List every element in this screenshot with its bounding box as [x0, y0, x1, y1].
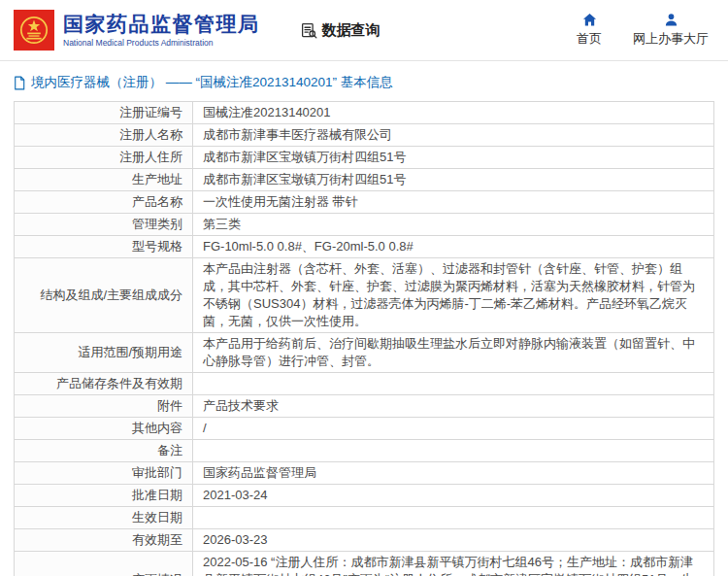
row-label: 注册证编号 — [15, 102, 193, 124]
nav-home[interactable]: 首页 — [577, 13, 602, 48]
row-label: 备注 — [15, 440, 193, 462]
table-row: 生效日期 — [15, 507, 714, 529]
row-value — [193, 373, 714, 395]
table-row: 附件产品技术要求 — [15, 395, 714, 418]
row-label: 产品名称 — [15, 191, 193, 214]
row-label: 其他内容 — [15, 418, 193, 440]
row-value: 第三类 — [193, 214, 714, 236]
row-label: 生产地址 — [15, 169, 193, 191]
table-row: 产品名称一次性使用无菌注射器 带针 — [15, 191, 714, 214]
table-row: 注册人住所成都市新津区宝墩镇万街村四组51号 — [15, 147, 714, 169]
nav-online-hall-label: 网上办事大厅 — [633, 30, 709, 48]
row-label: 有效期至 — [15, 529, 193, 552]
table-row: 型号规格FG-10ml-5.0 0.8#、FG-20ml-5.0 0.8# — [15, 236, 714, 258]
row-label: 生效日期 — [15, 507, 193, 529]
data-query-tab[interactable]: 数据查询 — [301, 21, 381, 40]
row-value: 一次性使用无菌注射器 带针 — [193, 191, 714, 214]
table-row: 生产地址成都市新津区宝墩镇万街村四组51号 — [15, 169, 714, 191]
row-label: 注册人住所 — [15, 147, 193, 169]
row-label: 结构及组成/主要组成成分 — [15, 258, 193, 333]
breadcrumb: 境内医疗器械（注册） —— “国械注准20213140201” 基本信息 — [0, 61, 728, 101]
row-value: 成都市新津区宝墩镇万街村四组51号 — [193, 169, 714, 191]
table-row: 注册人名称成都市新津事丰医疗器械有限公司 — [15, 124, 714, 147]
table-row: 备注 — [15, 440, 714, 462]
row-label: 管理类别 — [15, 214, 193, 236]
agency-name-en: National Medical Products Administration — [63, 38, 260, 48]
home-icon — [582, 13, 597, 27]
row-value — [193, 440, 714, 462]
row-value: 成都市新津区宝墩镇万街村四组51号 — [193, 147, 714, 169]
top-nav: 首页 网上办事大厅 — [577, 13, 712, 48]
info-table: 注册证编号国械注准20213140201 注册人名称成都市新津事丰医疗器械有限公… — [14, 101, 714, 576]
row-value: 2026-03-23 — [193, 529, 714, 552]
data-query-label: 数据查询 — [322, 21, 381, 40]
row-value — [193, 507, 714, 529]
row-label: 附件 — [15, 395, 193, 418]
nav-home-label: 首页 — [577, 30, 602, 48]
nav-online-hall[interactable]: 网上办事大厅 — [633, 13, 709, 48]
table-row: 适用范围/预期用途本产品用于给药前后、治疗间歇期抽吸生理盐水后立即对静脉内输液装… — [15, 333, 714, 373]
table-row: 其他内容/ — [15, 418, 714, 440]
row-label: 批准日期 — [15, 485, 193, 507]
row-value: FG-10ml-5.0 0.8#、FG-20ml-5.0 0.8# — [193, 236, 714, 258]
row-label: 产品储存条件及有效期 — [15, 373, 193, 395]
row-value: 本产品由注射器（含芯杆、外套、活塞）、过滤器和封管针（含针座、针管、护套）组成，… — [193, 258, 714, 333]
agency-name-cn: 国家药品监督管理局 — [63, 13, 260, 35]
table-row: 管理类别第三类 — [15, 214, 714, 236]
row-label: 注册人名称 — [15, 124, 193, 147]
row-label: 审批部门 — [15, 462, 193, 485]
national-emblem-icon — [14, 10, 54, 51]
row-value: 2022-05-16 “注册人住所：成都市新津县新平镇万街村七组46号；生产地址… — [193, 552, 714, 576]
document-icon — [14, 76, 25, 90]
row-value: 成都市新津事丰医疗器械有限公司 — [193, 124, 714, 147]
agency-logo: 国家药品监督管理局 National Medical Products Admi… — [14, 10, 260, 51]
table-row: 产品储存条件及有效期 — [15, 373, 714, 395]
row-label: 适用范围/预期用途 — [15, 333, 193, 373]
table-row: 有效期至2026-03-23 — [15, 529, 714, 552]
row-value: 国家药品监督管理局 — [193, 462, 714, 485]
row-value: 本产品用于给药前后、治疗间歇期抽吸生理盐水后立即对静脉内输液装置（如留置针、中心… — [193, 333, 714, 373]
table-row: 注册证编号国械注准20213140201 — [15, 102, 714, 124]
breadcrumb-text: 境内医疗器械（注册） —— “国械注准20213140201” 基本信息 — [31, 74, 393, 91]
table-row: 结构及组成/主要组成成分本产品由注射器（含芯杆、外套、活塞）、过滤器和封管针（含… — [15, 258, 714, 333]
row-value: 国械注准20213140201 — [193, 102, 714, 124]
page-header: 国家药品监督管理局 National Medical Products Admi… — [0, 0, 728, 60]
person-icon — [664, 13, 678, 27]
table-row: 变更情况2022-05-16 “注册人住所：成都市新津县新平镇万街村七组46号；… — [15, 552, 714, 576]
table-row: 审批部门国家药品监督管理局 — [15, 462, 714, 485]
row-label: 变更情况 — [15, 552, 193, 576]
document-magnifier-icon — [301, 22, 317, 39]
row-value: / — [193, 418, 714, 440]
table-row: 批准日期2021-03-24 — [15, 485, 714, 507]
agency-titles: 国家药品监督管理局 National Medical Products Admi… — [63, 13, 260, 48]
row-value: 产品技术要求 — [193, 395, 714, 418]
row-label: 型号规格 — [15, 236, 193, 258]
row-value: 2021-03-24 — [193, 485, 714, 507]
